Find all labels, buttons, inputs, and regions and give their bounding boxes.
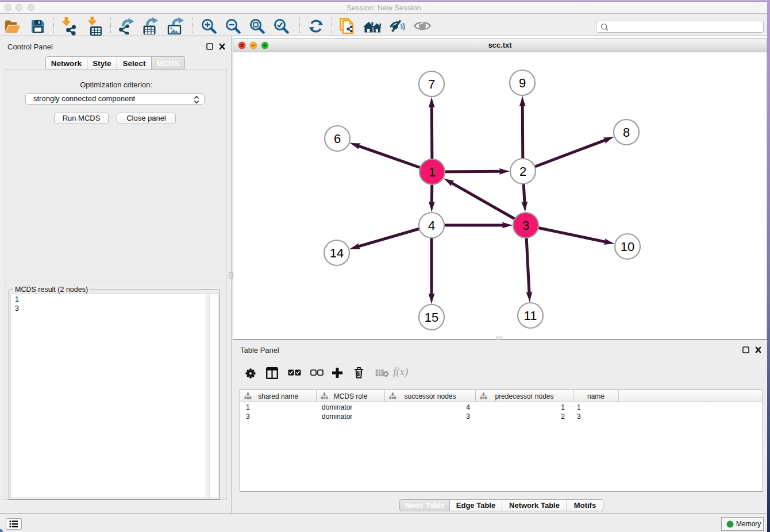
svg-text:1: 1 [429, 165, 436, 179]
svg-text:6: 6 [334, 132, 341, 146]
svg-text:11: 11 [524, 309, 537, 323]
svg-text:15: 15 [425, 310, 438, 325]
svg-text:2: 2 [519, 164, 526, 179]
svg-text:10: 10 [621, 240, 634, 254]
svg-text:4: 4 [428, 218, 435, 233]
svg-text:7: 7 [428, 77, 435, 91]
svg-text:14: 14 [330, 246, 344, 260]
svg-text:3: 3 [522, 218, 529, 233]
svg-text:9: 9 [519, 76, 526, 90]
svg-text:8: 8 [623, 125, 630, 140]
